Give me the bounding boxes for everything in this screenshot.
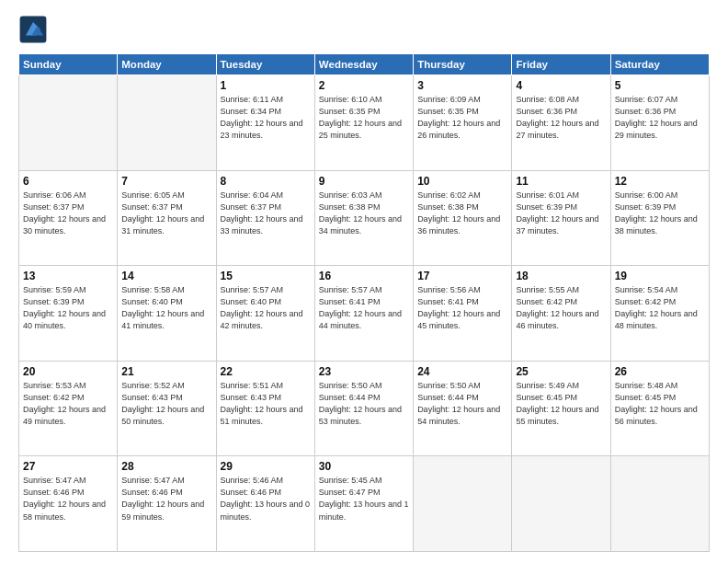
day-number: 20 [23,365,113,378]
day-info: Sunrise: 6:06 AM Sunset: 6:37 PM Dayligh… [23,190,113,237]
day-header: Monday [118,54,216,75]
day-number: 17 [417,270,507,282]
calendar-cell [512,456,610,552]
page: SundayMondayTuesdayWednesdayThursdayFrid… [0,0,728,563]
calendar-week-row: 1Sunrise: 6:11 AM Sunset: 6:34 PM Daylig… [19,75,710,171]
calendar-cell: 4Sunrise: 6:08 AM Sunset: 6:36 PM Daylig… [512,75,610,171]
day-info: Sunrise: 5:50 AM Sunset: 6:44 PM Dayligh… [319,380,409,428]
calendar-cell: 6Sunrise: 6:06 AM Sunset: 6:37 PM Daylig… [19,170,118,266]
calendar-cell [610,456,709,552]
day-info: Sunrise: 6:09 AM Sunset: 6:35 PM Dayligh… [417,94,507,142]
calendar-cell: 5Sunrise: 6:07 AM Sunset: 6:36 PM Daylig… [610,75,709,171]
day-number: 18 [516,270,606,282]
calendar-cell: 12Sunrise: 6:00 AM Sunset: 6:39 PM Dayli… [610,170,709,266]
day-number: 4 [516,79,606,92]
calendar-cell: 17Sunrise: 5:56 AM Sunset: 6:41 PM Dayli… [414,266,512,362]
day-number: 16 [319,270,409,282]
day-info: Sunrise: 5:56 AM Sunset: 6:41 PM Dayligh… [417,284,507,332]
calendar: SundayMondayTuesdayWednesdayThursdayFrid… [18,53,710,552]
calendar-cell: 15Sunrise: 5:57 AM Sunset: 6:40 PM Dayli… [216,266,314,362]
day-info: Sunrise: 5:57 AM Sunset: 6:41 PM Dayligh… [319,284,409,332]
logo-icon [18,15,48,44]
calendar-cell: 14Sunrise: 5:58 AM Sunset: 6:40 PM Dayli… [118,266,216,362]
day-info: Sunrise: 5:52 AM Sunset: 6:43 PM Dayligh… [121,380,211,428]
day-info: Sunrise: 6:02 AM Sunset: 6:38 PM Dayligh… [417,190,507,237]
day-info: Sunrise: 5:59 AM Sunset: 6:39 PM Dayligh… [23,284,113,332]
calendar-cell: 2Sunrise: 6:10 AM Sunset: 6:35 PM Daylig… [314,75,413,171]
day-number: 22 [221,365,311,378]
day-number: 9 [319,175,409,188]
calendar-cell: 22Sunrise: 5:51 AM Sunset: 6:43 PM Dayli… [216,361,314,456]
day-number: 14 [121,270,211,282]
day-number: 15 [221,270,311,282]
day-info: Sunrise: 6:11 AM Sunset: 6:34 PM Dayligh… [221,94,311,142]
calendar-cell: 23Sunrise: 5:50 AM Sunset: 6:44 PM Dayli… [314,361,413,456]
calendar-header-row: SundayMondayTuesdayWednesdayThursdayFrid… [19,54,710,75]
day-info: Sunrise: 6:01 AM Sunset: 6:39 PM Dayligh… [516,190,606,237]
day-header: Tuesday [216,54,314,75]
day-header: Wednesday [314,54,413,75]
day-number: 23 [319,365,409,378]
day-header: Thursday [414,54,512,75]
day-number: 30 [319,460,409,473]
day-info: Sunrise: 5:48 AM Sunset: 6:45 PM Dayligh… [615,380,705,428]
day-number: 28 [121,460,211,473]
day-info: Sunrise: 5:55 AM Sunset: 6:42 PM Dayligh… [516,284,606,332]
day-number: 12 [615,175,705,188]
day-info: Sunrise: 6:05 AM Sunset: 6:37 PM Dayligh… [121,190,211,237]
day-info: Sunrise: 5:58 AM Sunset: 6:40 PM Dayligh… [121,284,211,332]
calendar-week-row: 13Sunrise: 5:59 AM Sunset: 6:39 PM Dayli… [19,266,710,362]
calendar-cell: 3Sunrise: 6:09 AM Sunset: 6:35 PM Daylig… [414,75,512,171]
day-info: Sunrise: 5:45 AM Sunset: 6:47 PM Dayligh… [319,475,409,523]
header [18,15,710,44]
day-info: Sunrise: 5:46 AM Sunset: 6:46 PM Dayligh… [221,475,311,523]
day-number: 27 [23,460,113,473]
day-info: Sunrise: 6:04 AM Sunset: 6:37 PM Dayligh… [221,190,311,237]
day-number: 10 [417,175,507,188]
day-header: Saturday [610,54,709,75]
calendar-cell: 11Sunrise: 6:01 AM Sunset: 6:39 PM Dayli… [512,170,610,266]
day-info: Sunrise: 5:53 AM Sunset: 6:42 PM Dayligh… [23,380,113,428]
day-info: Sunrise: 5:47 AM Sunset: 6:46 PM Dayligh… [23,475,113,523]
calendar-week-row: 27Sunrise: 5:47 AM Sunset: 6:46 PM Dayli… [19,456,710,552]
day-number: 11 [516,175,606,188]
calendar-cell: 26Sunrise: 5:48 AM Sunset: 6:45 PM Dayli… [610,361,709,456]
day-info: Sunrise: 6:00 AM Sunset: 6:39 PM Dayligh… [615,190,705,237]
calendar-cell: 30Sunrise: 5:45 AM Sunset: 6:47 PM Dayli… [314,456,413,552]
day-info: Sunrise: 6:03 AM Sunset: 6:38 PM Dayligh… [319,190,409,237]
day-number: 25 [516,365,606,378]
day-number: 26 [615,365,705,378]
day-info: Sunrise: 5:47 AM Sunset: 6:46 PM Dayligh… [121,475,211,523]
calendar-cell: 20Sunrise: 5:53 AM Sunset: 6:42 PM Dayli… [19,361,118,456]
day-number: 3 [417,79,507,92]
calendar-cell: 19Sunrise: 5:54 AM Sunset: 6:42 PM Dayli… [610,266,709,362]
day-info: Sunrise: 5:57 AM Sunset: 6:40 PM Dayligh… [221,284,311,332]
day-number: 1 [221,79,311,92]
calendar-week-row: 20Sunrise: 5:53 AM Sunset: 6:42 PM Dayli… [19,361,710,456]
calendar-cell [19,75,118,171]
calendar-cell: 18Sunrise: 5:55 AM Sunset: 6:42 PM Dayli… [512,266,610,362]
calendar-cell: 16Sunrise: 5:57 AM Sunset: 6:41 PM Dayli… [314,266,413,362]
calendar-week-row: 6Sunrise: 6:06 AM Sunset: 6:37 PM Daylig… [19,170,710,266]
calendar-cell: 13Sunrise: 5:59 AM Sunset: 6:39 PM Dayli… [19,266,118,362]
day-info: Sunrise: 6:08 AM Sunset: 6:36 PM Dayligh… [516,94,606,142]
calendar-cell: 29Sunrise: 5:46 AM Sunset: 6:46 PM Dayli… [216,456,314,552]
day-info: Sunrise: 5:51 AM Sunset: 6:43 PM Dayligh… [221,380,311,428]
calendar-cell [118,75,216,171]
calendar-cell: 1Sunrise: 6:11 AM Sunset: 6:34 PM Daylig… [216,75,314,171]
day-info: Sunrise: 5:54 AM Sunset: 6:42 PM Dayligh… [615,284,705,332]
day-number: 29 [221,460,311,473]
day-number: 2 [319,79,409,92]
calendar-cell: 27Sunrise: 5:47 AM Sunset: 6:46 PM Dayli… [19,456,118,552]
day-info: Sunrise: 6:07 AM Sunset: 6:36 PM Dayligh… [615,94,705,142]
day-number: 7 [121,175,211,188]
day-number: 5 [615,79,705,92]
day-number: 24 [417,365,507,378]
day-number: 13 [23,270,113,282]
day-info: Sunrise: 6:10 AM Sunset: 6:35 PM Dayligh… [319,94,409,142]
logo [18,15,51,44]
calendar-cell: 25Sunrise: 5:49 AM Sunset: 6:45 PM Dayli… [512,361,610,456]
day-number: 19 [615,270,705,282]
calendar-cell: 7Sunrise: 6:05 AM Sunset: 6:37 PM Daylig… [118,170,216,266]
day-info: Sunrise: 5:50 AM Sunset: 6:44 PM Dayligh… [417,380,507,428]
